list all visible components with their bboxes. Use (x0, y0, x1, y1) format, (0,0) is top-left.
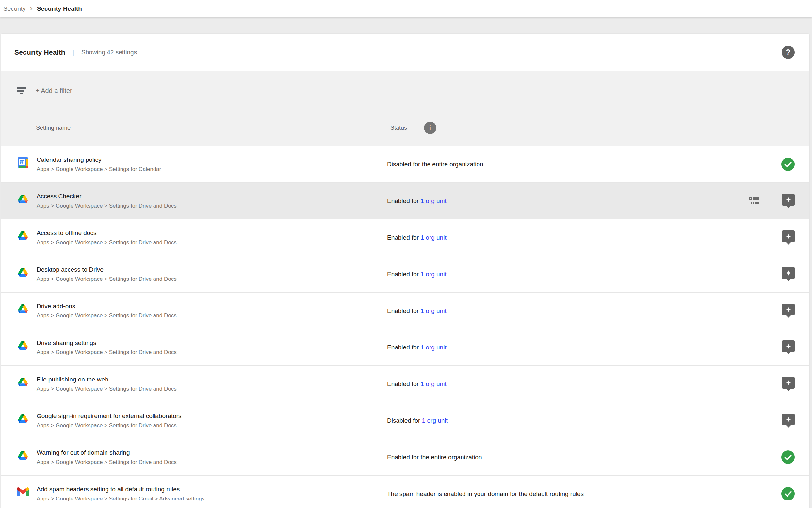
org-unit-link[interactable]: 1 org unit (420, 344, 446, 351)
setting-row[interactable]: 31 Calendar sharing policy Apps > Google… (1, 146, 809, 183)
setting-name: Desktop access to Drive (37, 265, 374, 274)
setting-status: Enabled for 1 org unit (387, 344, 782, 351)
row-actions (782, 304, 809, 318)
org-units-icon (749, 198, 760, 204)
setting-status: Enabled for 1 org unit (387, 234, 782, 241)
svg-text:31: 31 (20, 160, 24, 164)
recommendation-icon[interactable] (782, 414, 795, 425)
help-icon[interactable]: ? (782, 46, 795, 59)
row-actions (781, 451, 809, 464)
calendar-icon: 31 (17, 157, 29, 168)
drive-icon (18, 195, 28, 203)
setting-status: Enabled for 1 org unit (387, 198, 749, 205)
recommendation-icon[interactable] (782, 267, 795, 279)
setting-row[interactable]: Warning for out of domain sharing Apps >… (1, 439, 809, 476)
setting-path: Apps > Google Workspace > Settings for D… (37, 385, 374, 393)
setting-name-cell: Warning for out of domain sharing Apps >… (37, 449, 387, 466)
org-unit-link[interactable]: 1 org unit (420, 198, 446, 204)
setting-path: Apps > Google Workspace > Settings for D… (37, 458, 374, 466)
recommendation-icon[interactable] (782, 304, 795, 315)
org-unit-link[interactable]: 1 org unit (422, 417, 448, 424)
setting-name: Warning for out of domain sharing (37, 449, 374, 457)
drive-icon (17, 266, 29, 278)
row-actions (781, 487, 809, 501)
setting-name-cell: File publishing on the web Apps > Google… (37, 375, 387, 393)
chevron-right-icon: › (30, 4, 33, 13)
setting-name-cell: Access Checker Apps > Google Workspace >… (37, 192, 387, 210)
setting-name-cell: Desktop access to Drive Apps > Google Wo… (37, 265, 387, 283)
recommendation-icon[interactable] (782, 340, 795, 352)
setting-path: Apps > Google Workspace > Settings for D… (37, 422, 374, 429)
title-divider: | (73, 49, 74, 56)
setting-status: Disabled for the entire organization (387, 161, 781, 168)
setting-name: Add spam headers setting to all default … (37, 485, 374, 494)
setting-row[interactable]: Access Checker Apps > Google Workspace >… (1, 183, 809, 219)
column-header-status: Status i (386, 122, 436, 134)
status-header-label: Status (390, 125, 407, 131)
org-unit-link[interactable]: 1 org unit (420, 234, 446, 241)
setting-status: Enabled for 1 org unit (387, 271, 782, 278)
filter-icon[interactable] (17, 87, 26, 94)
setting-name: Calendar sharing policy (37, 156, 374, 164)
row-actions (782, 340, 809, 354)
setting-row[interactable]: Drive sharing settings Apps > Google Wor… (1, 329, 809, 366)
gmail-icon (17, 486, 29, 498)
column-header-setting-name: Setting name (1, 125, 386, 131)
recommendation-icon[interactable] (782, 230, 795, 242)
setting-path: Apps > Google Workspace > Settings for D… (37, 239, 374, 247)
table-header: Setting name Status i (1, 110, 809, 146)
drive-icon (18, 268, 28, 277)
setting-name: Drive sharing settings (37, 339, 374, 347)
setting-row[interactable]: File publishing on the web Apps > Google… (1, 366, 809, 403)
recommendation-icon[interactable] (782, 194, 795, 206)
add-filter-button[interactable]: + Add a filter (36, 87, 72, 94)
settings-list: 31 Calendar sharing policy Apps > Google… (1, 146, 809, 508)
setting-row[interactable]: Access to offline docs Apps > Google Wor… (1, 219, 809, 256)
drive-icon (18, 341, 28, 350)
setting-row[interactable]: Drive add-ons Apps > Google Workspace > … (1, 293, 809, 329)
setting-row[interactable]: Desktop access to Drive Apps > Google Wo… (1, 256, 809, 293)
drive-icon (18, 231, 28, 240)
settings-count: Showing 42 settings (81, 49, 137, 56)
setting-name-cell: Access to offline docs Apps > Google Wor… (37, 229, 387, 247)
setting-name: Access to offline docs (37, 229, 374, 237)
setting-row[interactable]: Google sign-in requirement for external … (1, 403, 809, 439)
drive-icon (18, 414, 28, 423)
setting-name: File publishing on the web (37, 375, 374, 384)
org-unit-link[interactable]: 1 org unit (420, 271, 446, 278)
drive-icon (18, 378, 28, 386)
setting-path: Apps > Google Workspace > Settings for G… (37, 495, 374, 503)
org-unit-link[interactable]: 1 org unit (420, 381, 446, 387)
recommendation-icon[interactable] (782, 377, 795, 389)
row-actions (782, 377, 809, 391)
setting-status: Enabled for 1 org unit (387, 381, 782, 388)
setting-status: Enabled for the entire organization (387, 454, 781, 461)
setting-path: Apps > Google Workspace > Settings for D… (37, 312, 374, 320)
row-actions (782, 414, 809, 428)
row-actions (781, 158, 809, 171)
setting-name-cell: Drive sharing settings Apps > Google Wor… (37, 339, 387, 356)
card-header: Security Health | Showing 42 settings ? (1, 34, 809, 71)
setting-path: Apps > Google Workspace > Settings for D… (37, 275, 374, 283)
filter-bar: + Add a filter (1, 71, 809, 110)
info-icon[interactable]: i (424, 122, 436, 134)
breadcrumb-security[interactable]: Security (3, 5, 26, 12)
drive-icon (18, 304, 28, 313)
setting-name-cell: Calendar sharing policy Apps > Google Wo… (37, 156, 387, 173)
drive-icon (17, 230, 29, 242)
row-actions (782, 267, 809, 281)
security-health-card: Security Health | Showing 42 settings ? … (1, 34, 809, 508)
setting-path: Apps > Google Workspace > Settings for D… (37, 348, 374, 356)
drive-icon (18, 451, 28, 460)
page-title: Security Health (14, 48, 65, 56)
setting-name: Drive add-ons (37, 302, 374, 310)
breadcrumb: Security › Security Health (0, 0, 812, 17)
setting-path: Apps > Google Workspace > Settings for C… (37, 165, 374, 173)
status-ok-icon (781, 451, 795, 464)
breadcrumb-security-health: Security Health (37, 5, 82, 12)
drive-icon (17, 303, 29, 315)
status-ok-icon (781, 158, 795, 171)
setting-name: Access Checker (37, 192, 374, 201)
setting-row[interactable]: Add spam headers setting to all default … (1, 476, 809, 508)
org-unit-link[interactable]: 1 org unit (420, 307, 446, 314)
